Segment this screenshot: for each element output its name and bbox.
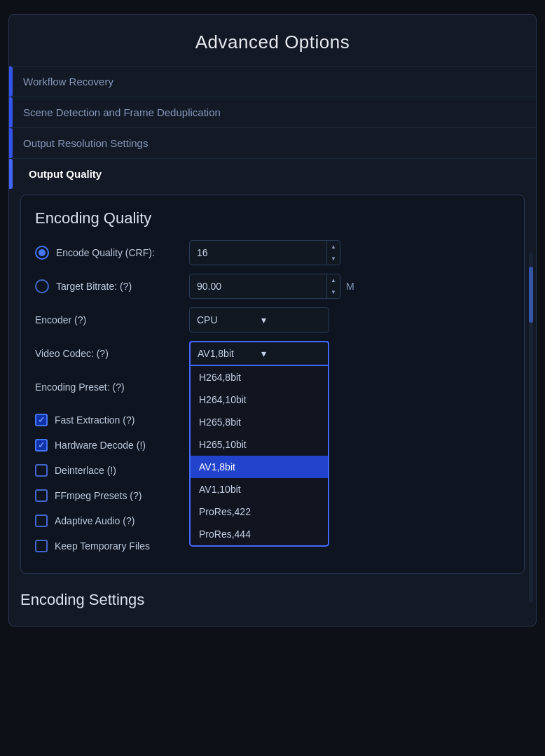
sidebar-item-output-quality[interactable]: Output Quality [9,158,536,189]
encoder-value: CPU [197,314,257,326]
codec-option-av1-10bit[interactable]: AV1,10bit [191,478,328,500]
video-codec-row: Video Codec: (?) AV1,8bit ▾ H264,8bit H2… [35,341,510,366]
encode-quality-value[interactable] [190,247,326,258]
codec-option-prores-444[interactable]: ProRes,444 [191,523,328,545]
page-title: Advanced Options [9,15,536,66]
keep-temp-files-label: Keep Temporary Files [55,540,150,552]
sidebar-item-workflow-recovery[interactable]: Workflow Recovery [9,66,536,97]
radio-inner-dot [39,249,46,256]
hardware-decode-check-icon: ✓ [38,441,45,449]
adaptive-audio-checkbox[interactable] [35,514,48,527]
target-bitrate-radio-label[interactable]: Target Bitrate: (?) [35,279,189,293]
target-bitrate-row: Target Bitrate: (?) ▲ ▼ M [35,274,510,299]
video-codec-select[interactable]: AV1,8bit ▾ [189,341,329,366]
codec-option-prores-422[interactable]: ProRes,422 [191,500,328,523]
encoder-chevron-icon: ▾ [261,314,322,326]
encoding-quality-section: Encoding Quality Encode Quality (CRF): ▲… [20,195,525,574]
section-label-output-quality: Output Quality [29,168,102,180]
accent-bar-scene [9,97,13,127]
target-bitrate-input[interactable]: ▲ ▼ [189,274,340,299]
sidebar-item-output-resolution[interactable]: Output Resolution Settings [9,127,536,158]
encode-quality-row: Encode Quality (CRF): ▲ ▼ [35,240,510,265]
target-bitrate-spinners: ▲ ▼ [326,274,340,298]
codec-option-h265-8bit[interactable]: H265,8bit [191,411,328,433]
codec-option-h264-8bit[interactable]: H264,8bit [191,366,328,388]
video-codec-value: AV1,8bit [198,348,257,359]
video-codec-label: Video Codec: (?) [35,348,189,359]
target-bitrate-down[interactable]: ▼ [327,286,340,298]
encoding-preset-label: Encoding Preset: (?) [35,382,189,393]
scrollbar-track[interactable] [529,253,533,603]
target-bitrate-radio[interactable] [35,279,49,293]
encoding-settings-title: Encoding Settings [9,582,536,612]
keep-temp-files-checkbox[interactable] [35,540,48,552]
section-label-scene-detection: Scene Detection and Frame Deduplication [23,106,221,118]
sidebar-item-scene-detection[interactable]: Scene Detection and Frame Deduplication [9,97,536,127]
fast-extraction-checkbox[interactable]: ✓ [35,414,48,426]
hardware-decode-label: Hardware Decode (!) [55,440,146,451]
encode-quality-radio-label[interactable]: Encode Quality (CRF): [35,246,189,260]
encode-quality-down[interactable]: ▼ [327,253,340,265]
section-label-output-resolution: Output Resolution Settings [23,137,148,149]
target-bitrate-value[interactable] [190,281,326,292]
encode-quality-input[interactable]: ▲ ▼ [189,240,340,265]
ffmpeg-presets-checkbox[interactable] [35,489,48,502]
fast-extraction-label: Fast Extraction (?) [55,414,134,426]
accent-bar-output-res [9,128,13,158]
accent-bar-workflow [9,66,13,97]
ffmpeg-presets-label: FFmpeg Presets (?) [55,490,142,501]
encoding-quality-title: Encoding Quality [35,209,510,227]
encode-quality-label: Encode Quality (CRF): [56,247,155,258]
scrollbar-thumb[interactable] [529,267,533,323]
encode-quality-up[interactable]: ▲ [327,241,340,253]
encoder-row: Encoder (?) CPU ▾ [35,307,510,332]
adaptive-audio-label: Adaptive Audio (?) [55,515,134,526]
fast-extraction-check-icon: ✓ [38,416,45,424]
target-bitrate-label: Target Bitrate: (?) [56,281,132,292]
codec-option-h264-10bit[interactable]: H264,10bit [191,388,328,411]
encoder-select[interactable]: CPU ▾ [189,307,329,332]
deinterlace-label: Deinterlace (!) [55,465,116,476]
video-codec-dropdown: H264,8bit H264,10bit H265,8bit H265,10bi… [189,366,329,547]
accent-bar-output-quality [9,159,13,189]
video-codec-chevron-icon: ▾ [261,348,321,359]
encoder-label: Encoder (?) [35,314,189,326]
codec-option-av1-8bit[interactable]: AV1,8bit [191,456,328,478]
hardware-decode-checkbox[interactable]: ✓ [35,439,48,451]
encode-quality-spinners: ▲ ▼ [326,241,340,265]
target-bitrate-up[interactable]: ▲ [327,274,340,286]
encode-quality-radio[interactable] [35,246,49,260]
bitrate-suffix: M [346,281,354,292]
deinterlace-checkbox[interactable] [35,464,48,477]
section-label-workflow-recovery: Workflow Recovery [23,76,113,88]
codec-option-h265-10bit[interactable]: H265,10bit [191,433,328,456]
